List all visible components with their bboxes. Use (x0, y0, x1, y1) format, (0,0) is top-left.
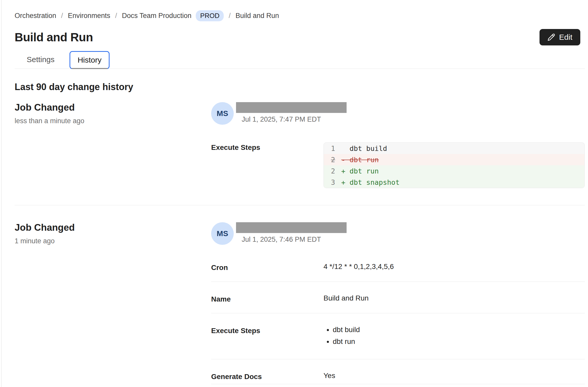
diff-line-added: 2 + dbt run (324, 165, 584, 177)
entry-timestamp: Jul 1, 2025, 7:47 PM EDT (236, 115, 347, 123)
diff-line-removed: 2 - dbt run (324, 154, 584, 165)
field-row-generate-docs: Generate Docs Yes (211, 359, 585, 384)
tab-bar: Settings History (15, 51, 585, 69)
breadcrumb-separator: / (229, 12, 231, 20)
breadcrumb: Orchestration / Environments / Docs Team… (15, 10, 585, 21)
entry-details: MS Jul 1, 2025, 7:47 PM EDT Execute Step… (211, 102, 585, 188)
history-entry: Job Changed less than a minute ago MS Ju… (15, 102, 585, 205)
entry-summary: Job Changed 1 minute ago (15, 222, 211, 384)
diff-prefix: + (341, 178, 350, 186)
execute-step-item: dbt run (333, 337, 585, 346)
entry-title: Job Changed (15, 222, 211, 233)
author-block: MS Jul 1, 2025, 7:46 PM EDT (211, 222, 585, 245)
history-entry: Job Changed 1 minute ago MS Jul 1, 2025,… (15, 205, 585, 384)
environment-prod-badge: PROD (196, 10, 224, 21)
field-label: Generate Docs (211, 372, 324, 381)
field-label: Cron (211, 263, 324, 272)
page-title: Build and Run (15, 30, 93, 44)
diff-text: dbt run (350, 167, 379, 175)
author-meta: Jul 1, 2025, 7:47 PM EDT (236, 102, 347, 125)
diff-line-context: 1 dbt build (324, 143, 584, 154)
entry-title: Job Changed (15, 102, 211, 113)
diff-line-added: 3 + dbt snapshot (324, 177, 584, 188)
diff-prefix: + (341, 167, 350, 175)
diff-text: dbt snapshot (350, 178, 400, 186)
tab-history[interactable]: History (70, 51, 109, 69)
breadcrumb-environments[interactable]: Environments (68, 12, 110, 20)
field-label: Execute Steps (211, 326, 324, 349)
avatar: MS (211, 222, 234, 245)
redacted-username (236, 102, 347, 113)
breadcrumb-current-job: Build and Run (236, 12, 279, 20)
diff-block: 1 dbt build 2 - dbt run 2 + dbt run (324, 142, 585, 188)
pencil-icon (547, 33, 555, 41)
entry-fields: Execute Steps 1 dbt build 2 - dbt run (211, 142, 585, 188)
breadcrumb-separator: / (115, 12, 117, 20)
diff-line-number: 3 (324, 178, 341, 186)
entry-timestamp: Jul 1, 2025, 7:46 PM EDT (236, 236, 347, 244)
field-label: Execute Steps (211, 142, 324, 188)
page-header: Build and Run Edit (15, 29, 585, 45)
diff-prefix: - (341, 156, 350, 164)
entry-summary: Job Changed less than a minute ago (15, 102, 211, 188)
breadcrumb-environment-name[interactable]: Docs Team Production (122, 12, 191, 20)
edit-button[interactable]: Edit (540, 29, 580, 45)
tab-settings[interactable]: Settings (19, 51, 62, 69)
diff-prefix (341, 144, 350, 152)
entry-relative-time: less than a minute ago (15, 117, 211, 125)
breadcrumb-separator: / (61, 12, 63, 20)
change-history-heading: Last 90 day change history (15, 82, 585, 92)
field-label: Name (211, 294, 324, 303)
author-block: MS Jul 1, 2025, 7:47 PM EDT (211, 102, 585, 125)
entry-relative-time: 1 minute ago (15, 237, 211, 245)
execute-step-item: dbt build (333, 326, 585, 334)
field-row-cron: Cron 4 */12 * * 0,1,2,3,4,5,6 (211, 263, 585, 282)
field-row: Execute Steps 1 dbt build 2 - dbt run (211, 142, 585, 188)
entry-fields: Cron 4 */12 * * 0,1,2,3,4,5,6 Name Build… (211, 263, 585, 384)
diff-line-number: 2 (324, 156, 341, 164)
breadcrumb-orchestration[interactable]: Orchestration (15, 12, 56, 20)
diff-line-number: 1 (324, 144, 341, 152)
execute-steps-list: dbt build dbt run (324, 326, 585, 349)
redacted-username (236, 222, 347, 233)
diff-text: dbt build (350, 144, 387, 152)
name-value: Build and Run (324, 294, 585, 303)
field-row-name: Name Build and Run (211, 282, 585, 313)
author-meta: Jul 1, 2025, 7:46 PM EDT (236, 222, 347, 245)
entry-details: MS Jul 1, 2025, 7:46 PM EDT Cron 4 */12 … (211, 222, 585, 384)
sidebar-edge-divider (1, 0, 2, 387)
field-row-execute-steps: Execute Steps dbt build dbt run (211, 313, 585, 359)
diff-line-number: 2 (324, 167, 341, 175)
cron-value: 4 */12 * * 0,1,2,3,4,5,6 (324, 263, 585, 272)
generate-docs-value: Yes (324, 372, 585, 381)
job-history-page: Orchestration / Environments / Docs Team… (0, 0, 588, 384)
diff-text: dbt run (350, 156, 379, 164)
avatar: MS (211, 102, 234, 125)
execute-steps-diff: 1 dbt build 2 - dbt run 2 + dbt run (324, 142, 585, 188)
edit-button-label: Edit (559, 33, 572, 42)
